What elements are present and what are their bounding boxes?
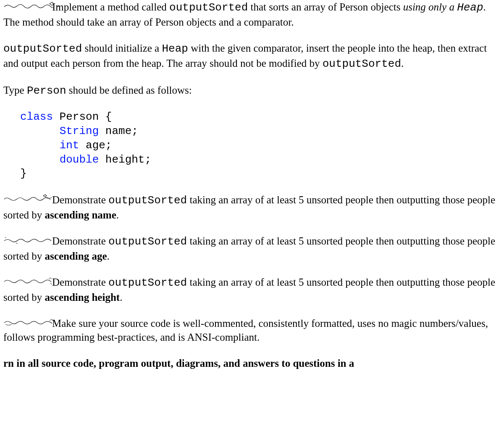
code-indent bbox=[20, 125, 60, 137]
text: . bbox=[116, 209, 119, 221]
paragraph-5: Demonstrate outputSorted taking an array… bbox=[3, 234, 501, 263]
code-text: height; bbox=[99, 153, 151, 166]
keyword-string: String bbox=[60, 125, 99, 137]
text: . bbox=[120, 292, 122, 303]
text-bold: rn in all source code, program output, d… bbox=[3, 358, 354, 369]
text-bold: ascending name bbox=[45, 209, 116, 221]
code-inline: outputSorted bbox=[108, 194, 187, 207]
redaction-mark bbox=[3, 320, 50, 329]
text: should be defined as follows: bbox=[66, 84, 192, 96]
code-text: Person { bbox=[53, 110, 112, 123]
code-text: name; bbox=[99, 125, 138, 137]
keyword-class: class bbox=[20, 110, 53, 123]
redaction-mark bbox=[3, 279, 50, 287]
redaction-mark bbox=[3, 197, 50, 205]
code-inline: outputSorted bbox=[108, 276, 187, 289]
svg-point-0 bbox=[58, 6, 59, 7]
code-text: } bbox=[20, 167, 27, 180]
redaction-mark bbox=[3, 4, 50, 12]
paragraph-3: Type Person should be defined as follows… bbox=[3, 83, 501, 98]
code-text: age; bbox=[79, 139, 112, 152]
text-bold: ascending age bbox=[45, 250, 107, 262]
paragraph-6: Demonstrate outputSorted taking an array… bbox=[3, 275, 501, 305]
paragraph-2: outputSorted should initialize a Heap wi… bbox=[3, 41, 501, 71]
code-indent bbox=[20, 139, 60, 152]
keyword-int: int bbox=[60, 139, 79, 152]
text: . bbox=[107, 250, 110, 262]
redaction-mark bbox=[3, 238, 50, 246]
paragraph-7: Make sure your source code is well-comme… bbox=[3, 316, 501, 345]
text-italic: using only a bbox=[403, 1, 457, 13]
text: . bbox=[401, 58, 404, 69]
code-inline: outputSorted bbox=[169, 1, 248, 14]
text: Make sure your source code is well-comme… bbox=[3, 318, 488, 343]
code-block-person: class Person { String name; int age; dou… bbox=[20, 110, 501, 181]
code-inline-italic: Heap bbox=[457, 1, 483, 14]
code-inline: outputSorted bbox=[108, 235, 187, 248]
paragraph-4: Demonstrate outputSorted taking an array… bbox=[3, 193, 501, 222]
code-inline: Person bbox=[27, 84, 66, 97]
text: should initialize a bbox=[82, 42, 162, 54]
code-inline: Heap bbox=[162, 42, 188, 55]
text: Type bbox=[3, 84, 27, 96]
code-indent bbox=[20, 153, 60, 166]
paragraph-1: Implement a method called outputSorted t… bbox=[3, 0, 501, 29]
text: that sorts an array of Person objects bbox=[248, 1, 403, 13]
paragraph-8-cutoff: rn in all source code, program output, d… bbox=[3, 356, 501, 371]
text: Implement a method called bbox=[52, 1, 169, 13]
code-inline: outputSorted bbox=[3, 42, 82, 55]
code-inline: outputSorted bbox=[323, 58, 401, 70]
text-bold: ascending height bbox=[45, 292, 120, 303]
keyword-double: double bbox=[60, 153, 99, 166]
